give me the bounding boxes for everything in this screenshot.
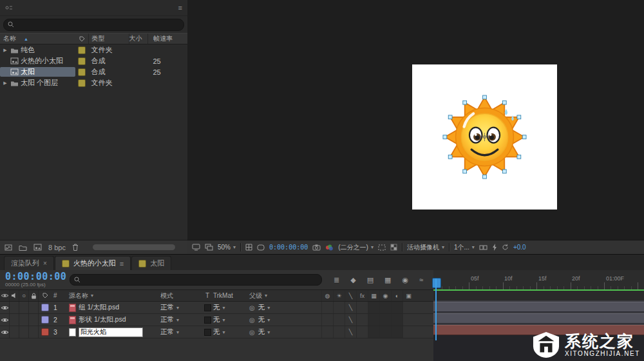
parent-cell[interactable]: ◎ 无 [249, 315, 311, 324]
label-chip-cell[interactable] [75, 68, 88, 76]
shy-switch[interactable] [321, 302, 333, 313]
parent-column-header[interactable]: 父级 [249, 291, 311, 300]
timeline-search-input[interactable] [83, 276, 317, 284]
adjustment-layer-switch-header[interactable]: ◐ [391, 290, 402, 301]
pixel-aspect-icon[interactable] [479, 244, 488, 251]
layer-duration-bar[interactable] [433, 313, 644, 324]
project-item-row[interactable]: ▶ 纯色 文件夹 [0, 44, 187, 55]
interpret-footage-icon[interactable] [5, 244, 12, 251]
frame-blending-icon[interactable]: ▦ [384, 276, 391, 284]
motion-blur-switch[interactable] [379, 314, 391, 326]
region-of-interest-icon[interactable] [378, 244, 386, 251]
collapse-transformations-header[interactable]: ☀ [333, 290, 345, 301]
frame-blend-switch[interactable] [368, 314, 379, 326]
layer-row-3[interactable]: 3 正常 无 ◎ 无 [0, 326, 433, 338]
project-search-box[interactable] [3, 19, 184, 31]
collapse-switch[interactable] [333, 302, 345, 313]
threed-switch[interactable] [402, 326, 414, 338]
blend-mode-dropdown[interactable]: 正常 [160, 315, 202, 324]
item-name-cell[interactable]: 火热的小太阳 [0, 56, 75, 66]
horizontal-scrollbar[interactable] [93, 244, 175, 250]
preserve-transparency-checkbox[interactable] [202, 317, 213, 324]
active-camera-dropdown[interactable]: 活动摄像机 [407, 243, 444, 252]
effects-switch-header[interactable]: fx [356, 290, 368, 301]
viewer-timecode[interactable]: 0:00:00:00 [269, 244, 308, 251]
bit-depth-button[interactable]: 8 bpc [48, 244, 66, 251]
view-layout-dropdown[interactable]: 1个... [454, 243, 475, 252]
collapse-switch[interactable] [333, 326, 345, 338]
collapse-switch[interactable] [333, 314, 345, 326]
mask-visibility-icon[interactable] [257, 244, 265, 251]
item-name-cell[interactable]: ▶ 太阳 个图层 [0, 78, 75, 88]
layer-label-chip-cell[interactable] [39, 304, 52, 311]
trkmat-column-header[interactable]: TrkMat [213, 292, 249, 299]
video-column-header[interactable] [0, 290, 10, 301]
exposure-value[interactable]: +0.0 [513, 244, 526, 251]
layer-lock-toggle[interactable] [29, 314, 39, 326]
effects-switch[interactable] [356, 314, 368, 326]
layer-source-name[interactable]: 形状 1/太阳.psd [68, 315, 160, 324]
dual-monitor-icon[interactable] [205, 244, 213, 251]
close-icon[interactable]: × [43, 260, 47, 267]
transparency-grid-icon[interactable] [390, 244, 397, 251]
motion-blur-switch-header[interactable]: ◉ [379, 290, 391, 301]
tab-comp-active[interactable]: 火热的小太阳 ≡ [55, 256, 131, 270]
label-chip[interactable] [78, 79, 86, 87]
trkmat-dropdown[interactable]: 无 [213, 303, 249, 312]
layer-source-name[interactable]: 组 1/太阳.psd [68, 303, 160, 312]
layer-track-2[interactable] [433, 312, 644, 324]
item-name-cell[interactable]: 太阳 [0, 67, 75, 77]
label-chip[interactable] [78, 68, 86, 76]
pick-whip-icon[interactable]: ◎ [249, 329, 255, 336]
pick-whip-icon[interactable]: ◎ [249, 317, 255, 324]
quality-switch[interactable]: ╲ [345, 326, 356, 338]
preserve-transparency-checkbox[interactable] [202, 304, 213, 311]
project-search-input[interactable] [17, 21, 180, 29]
composition-canvas[interactable] [412, 64, 557, 210]
lock-column-header[interactable] [29, 290, 39, 301]
blend-mode-dropdown[interactable]: 正常 [160, 303, 202, 312]
quality-switch[interactable]: ╲ [345, 314, 356, 326]
layer-name-edit-input[interactable] [79, 327, 143, 337]
layer-label-chip-cell[interactable] [39, 328, 52, 336]
show-channels-icon[interactable] [325, 244, 334, 251]
threed-switch-header[interactable]: ▣ [402, 290, 414, 301]
refresh-icon[interactable] [502, 244, 509, 251]
timeline-search-box[interactable] [70, 274, 322, 286]
layer-solo-toggle[interactable] [19, 302, 29, 313]
time-ruler[interactable]: 05f 10f 15f 20f 01:00F [433, 270, 644, 290]
layer-row-1[interactable]: 1 组 1/太阳.psd 正常 无 ◎ 无 [0, 302, 433, 314]
fast-preview-icon[interactable] [492, 244, 497, 251]
quality-switch-header[interactable]: ╲ [345, 290, 356, 301]
layer-visibility-toggle[interactable] [0, 314, 10, 326]
hide-shy-layers-icon[interactable]: ▤ [367, 276, 374, 284]
layer-source-name[interactable] [68, 327, 160, 337]
mode-column-header[interactable]: 模式 [160, 291, 202, 300]
parent-dropdown[interactable]: 无 [258, 315, 270, 324]
layer-label-chip-cell[interactable] [39, 316, 52, 324]
solo-column-header[interactable]: ○ [19, 290, 29, 301]
number-column-header[interactable]: # [52, 292, 68, 299]
sun-layer[interactable] [438, 90, 531, 184]
tab-comp-sun[interactable]: 太阳 [131, 256, 171, 270]
blend-mode-dropdown[interactable]: 正常 [160, 327, 202, 337]
twirl-icon[interactable]: ▶ [2, 81, 8, 86]
label-chip[interactable] [78, 57, 86, 65]
preserve-transparency-column-header[interactable]: T [202, 292, 213, 299]
layer-lock-toggle[interactable] [29, 302, 39, 313]
label-chip[interactable] [78, 46, 86, 54]
comp-mini-flowchart-icon[interactable]: ≣ [334, 276, 339, 284]
frame-blend-switch[interactable] [368, 302, 379, 313]
zoom-dropdown[interactable]: 50% [218, 244, 236, 251]
effects-switch[interactable] [356, 302, 368, 313]
layer-audio-toggle[interactable] [10, 314, 19, 326]
motion-blur-icon[interactable]: ◉ [402, 276, 409, 284]
column-header-name[interactable]: 名称 ▲ [0, 34, 75, 43]
project-item-row-selected[interactable]: 太阳 合成 25 [0, 66, 187, 77]
trkmat-dropdown[interactable]: 无 [213, 315, 249, 324]
adjustment-switch[interactable] [391, 314, 402, 326]
threed-switch[interactable] [402, 314, 414, 326]
label-column-header[interactable] [39, 293, 52, 298]
trkmat-dropdown[interactable]: 无 [213, 327, 249, 337]
layer-label-chip[interactable] [41, 304, 49, 311]
